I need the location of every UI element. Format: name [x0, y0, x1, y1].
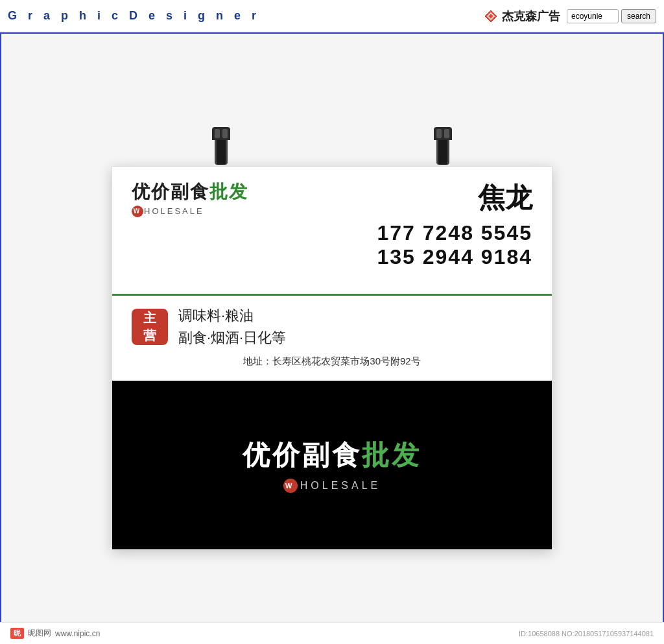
- footer-id: ID:10658088 NO:20180517105937144081: [519, 630, 654, 638]
- card-back: 优价副食 批发 W HOLESALE: [112, 381, 552, 549]
- seal-char1: 主: [143, 309, 156, 327]
- card-middle: 主 营 调味料·粮油 副食·烟酒·日化等 地址：长寿区桃花农贸菜市场30号附92…: [112, 296, 552, 381]
- nipic-url: www.nipic.cn: [55, 629, 100, 638]
- binder-clip-left: [212, 127, 230, 165]
- nipic-label: 昵图网: [28, 628, 51, 639]
- brand-name-text: 杰克森广告: [502, 8, 560, 24]
- address-line: 地址：长寿区桃花农贸菜市场30号附92号: [132, 352, 532, 374]
- header-bar: G r a p h i c D e s i g n e r 杰克森广告 sear…: [0, 0, 664, 32]
- footer-nipic: 昵 昵图网 www.nipic.cn: [10, 628, 100, 639]
- right-side: 焦龙 177 7248 5545 135 2944 9184: [377, 180, 532, 274]
- seal-char2: 营: [143, 327, 156, 344]
- logo-wholesale: W HOLESALE: [132, 206, 204, 217]
- logo-area: 优价副食 批发 W HOLESALE: [132, 180, 248, 217]
- back-wholesale-text: HOLESALE: [300, 480, 381, 492]
- wholesale-w-seal: W: [132, 206, 143, 217]
- main-content: 优价副食 批发 W HOLESALE 焦龙 177 7248 5545 135 …: [0, 32, 664, 644]
- back-logo-green: 批发: [362, 437, 421, 473]
- card-top-row: 优价副食 批发 W HOLESALE 焦龙 177 7248 5545 135 …: [132, 180, 532, 274]
- nipic-badge: 昵: [10, 628, 24, 639]
- phone-numbers: 177 7248 5545 135 2944 9184: [377, 221, 532, 269]
- site-title: G r a p h i c D e s i g n e r: [8, 9, 260, 23]
- person-name: 焦龙: [377, 180, 532, 216]
- search-button[interactable]: search: [621, 9, 656, 23]
- logo-green-text: 批发: [209, 180, 248, 204]
- business-card: 优价副食 批发 W HOLESALE 焦龙 177 7248 5545 135 …: [112, 166, 552, 550]
- business-line-1: 调味料·粮油: [178, 306, 286, 326]
- phone-1: 177 7248 5545: [377, 221, 532, 245]
- zhuying-seal: 主 营: [132, 309, 168, 345]
- brand-logo: 杰克森广告: [484, 8, 560, 24]
- header-right: 杰克森广告 search: [484, 8, 656, 24]
- business-line-2: 副食·烟酒·日化等: [178, 328, 286, 348]
- binder-clip-right: [434, 127, 452, 165]
- diamond-icon: [484, 9, 498, 23]
- back-w-seal: W: [283, 479, 298, 493]
- phone-2: 135 2944 9184: [377, 245, 532, 269]
- back-wholesale: W HOLESALE: [283, 479, 381, 493]
- business-items: 调味料·粮油 副食·烟酒·日化等: [178, 306, 286, 348]
- back-logo: 优价副食 批发: [243, 437, 421, 473]
- back-logo-white: 优价副食: [243, 437, 362, 473]
- search-input[interactable]: [567, 9, 619, 23]
- wholesale-text: HOLESALE: [144, 206, 204, 216]
- footer-bar: 昵 昵图网 www.nipic.cn ID:10658088 NO:201805…: [0, 622, 664, 644]
- logo-main-text: 优价副食: [132, 180, 209, 204]
- business-row: 主 营 调味料·粮油 副食·烟酒·日化等: [132, 306, 532, 348]
- search-wrapper: search: [567, 9, 656, 23]
- card-front: 优价副食 批发 W HOLESALE 焦龙 177 7248 5545 135 …: [112, 167, 552, 296]
